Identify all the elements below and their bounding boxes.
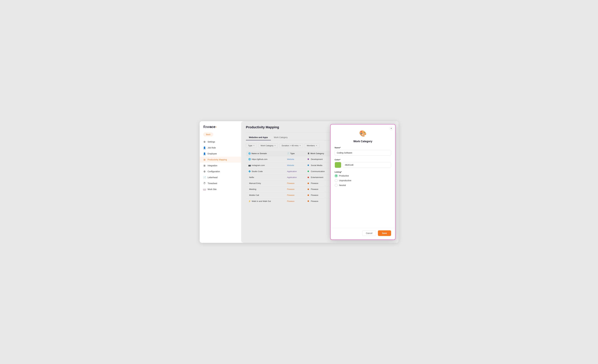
- color-swatch[interactable]: [335, 162, 341, 168]
- color-label: Color*: [335, 159, 391, 161]
- integration-icon: ⊞: [203, 164, 206, 167]
- sidebar-item-job-role-label: Job Role: [208, 146, 216, 149]
- sidebar-item-employee[interactable]: 👤 Employee: [200, 151, 241, 157]
- listing-field-group: Listing* Productive Unproductive Neut: [335, 171, 391, 187]
- color-field-group: Color*: [335, 159, 391, 168]
- employee-icon: 👤: [203, 152, 206, 155]
- configuration-icon: ⚙: [203, 170, 206, 173]
- sidebar-item-settings[interactable]: ⚙ Settings: [200, 139, 241, 145]
- logo-flow: flow: [203, 125, 210, 129]
- timesheet-icon: ⏱: [203, 182, 206, 185]
- settings-icon: ⚙: [203, 140, 206, 143]
- modal-icon: 🎨: [358, 129, 368, 138]
- sidebar-item-integration-label: Integration: [208, 164, 217, 167]
- sidebar-item-employee-label: Employee: [208, 153, 217, 155]
- productivity-mapping-icon: ⊞: [203, 158, 206, 161]
- modal-footer: Cancel Save: [331, 228, 395, 240]
- sidebar-item-productivity-mapping-label: Productivity Mapping: [208, 158, 227, 161]
- modal-close-button[interactable]: ✕: [389, 127, 393, 130]
- radio-unproductive-label: Unproductive: [339, 179, 351, 182]
- modal-header: ✕ 🎨 Work Category: [331, 124, 395, 145]
- sidebar-item-work-site-label: Work Site: [208, 188, 216, 190]
- sidebar-nav: ⚙ Settings 👤 Job Role 👤 Employee ⊞ Produ…: [200, 139, 241, 192]
- listing-radio-group: Productive Unproductive Neutral: [335, 174, 391, 187]
- listing-label: Listing*: [335, 171, 391, 173]
- sidebar-item-configuration-label: Configuration: [208, 170, 220, 173]
- color-row: [335, 162, 391, 168]
- name-input[interactable]: [335, 150, 391, 156]
- sidebar-item-work-site[interactable]: 📖 Work Site: [200, 186, 241, 192]
- job-role-icon: 👤: [203, 146, 206, 149]
- sidebar-item-letterhead-label: Letterhead: [208, 176, 218, 178]
- name-field-group: Name*: [335, 146, 391, 156]
- sidebar-item-timesheet[interactable]: ⏱ Timesheet: [200, 180, 241, 186]
- sidebar: flowace› Back ⚙ Settings 👤 Job Role 👤 Em…: [200, 121, 241, 243]
- cancel-button[interactable]: Cancel: [362, 230, 376, 236]
- letterhead-icon: 📄: [203, 176, 206, 179]
- radio-neutral-label: Neutral: [339, 184, 346, 186]
- logo-arrow: ›: [215, 125, 216, 129]
- sidebar-item-settings-label: Settings: [208, 141, 215, 143]
- work-site-icon: 📖: [203, 188, 206, 191]
- sidebar-item-configuration[interactable]: ⚙ Configuration: [200, 169, 241, 174]
- radio-neutral-circle: [335, 184, 338, 187]
- app-logo: flowace›: [203, 125, 238, 129]
- name-label: Name*: [335, 146, 391, 149]
- app-container: flowace› Back ⚙ Settings 👤 Job Role 👤 Em…: [200, 121, 399, 243]
- sidebar-item-productivity-mapping[interactable]: ⊞ Productivity Mapping: [200, 157, 241, 162]
- sidebar-item-job-role[interactable]: 👤 Job Role: [200, 145, 241, 151]
- sidebar-item-letterhead[interactable]: 📄 Letterhead: [200, 174, 241, 180]
- radio-unproductive[interactable]: Unproductive: [335, 179, 391, 182]
- logo-ace: ace: [209, 125, 215, 129]
- modal-title: Work Category: [353, 140, 372, 143]
- logo-area: flowace›: [200, 125, 241, 132]
- radio-unproductive-circle: [335, 179, 338, 182]
- radio-productive[interactable]: Productive: [335, 174, 391, 177]
- sidebar-item-timesheet-label: Timesheet: [208, 182, 217, 185]
- work-category-modal: ✕ 🎨 Work Category Name* Color* List: [330, 124, 396, 240]
- color-hex-input[interactable]: [343, 162, 391, 168]
- radio-productive-circle: [335, 174, 338, 177]
- main-content: Productivity Mapping Websites and Apps W…: [241, 121, 399, 243]
- radio-productive-label: Productive: [339, 175, 349, 177]
- sidebar-item-integration[interactable]: ⊞ Integration: [200, 162, 241, 169]
- back-button[interactable]: Back: [203, 132, 213, 137]
- save-button[interactable]: Save: [378, 230, 391, 236]
- modal-body: Name* Color* Listing* Productive: [331, 145, 395, 228]
- radio-neutral[interactable]: Neutral: [335, 184, 391, 187]
